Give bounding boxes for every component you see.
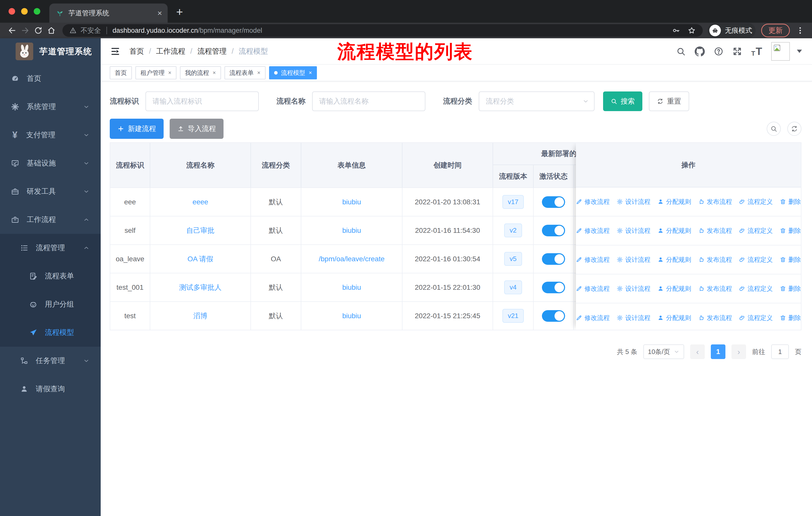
process-name-input[interactable]: [312, 91, 425, 111]
tag-my-process[interactable]: 我的流程×: [180, 66, 221, 79]
assign-rule-link[interactable]: 分配规则: [658, 284, 691, 293]
process-name-link[interactable]: 自己审批: [186, 226, 214, 235]
browser-tab[interactable]: 芋道管理系统 ×: [49, 3, 168, 23]
process-name-link[interactable]: OA 请假: [187, 254, 213, 264]
search-button[interactable]: 搜索: [603, 91, 642, 111]
sidebar-item-user-group[interactable]: 用户分组: [0, 290, 101, 319]
next-page-button[interactable]: ›: [731, 345, 746, 359]
sidebar-item-workflow[interactable]: 工作流程: [0, 206, 101, 234]
sidebar-collapse-icon[interactable]: [106, 46, 124, 56]
breadcrumb-process-mgmt[interactable]: 流程管理: [197, 46, 227, 56]
show-search-button[interactable]: [767, 122, 781, 136]
sidebar-item-pay[interactable]: ¥ 支付管理: [0, 121, 101, 149]
new-tab-button[interactable]: +: [176, 5, 183, 19]
delete-link[interactable]: 删除: [780, 314, 801, 322]
fullscreen-icon[interactable]: [732, 47, 742, 56]
back-button[interactable]: [5, 26, 19, 35]
delete-link[interactable]: 删除: [780, 284, 801, 293]
version-badge[interactable]: v5: [504, 252, 522, 266]
modify-process-link[interactable]: 修改流程: [576, 314, 610, 322]
reload-button[interactable]: [32, 26, 45, 35]
delete-link[interactable]: 删除: [780, 197, 801, 206]
process-name-link[interactable]: 测试多审批人: [179, 283, 222, 292]
tag-home[interactable]: 首页: [110, 66, 132, 79]
assign-rule-link[interactable]: 分配规则: [658, 255, 691, 264]
process-definition-link[interactable]: 流程定义: [739, 284, 773, 293]
browser-update-button[interactable]: 更新: [761, 24, 790, 37]
process-definition-link[interactable]: 流程定义: [739, 197, 773, 206]
publish-process-link[interactable]: 发布流程: [698, 314, 732, 322]
close-icon[interactable]: ×: [257, 70, 261, 76]
design-process-link[interactable]: 设计流程: [617, 197, 650, 206]
close-icon[interactable]: ×: [309, 70, 312, 76]
prev-page-button[interactable]: ‹: [690, 345, 705, 359]
assign-rule-link[interactable]: 分配规则: [658, 226, 691, 235]
modify-process-link[interactable]: 修改流程: [576, 226, 610, 235]
form-info-link[interactable]: biubiu: [342, 226, 361, 235]
sidebar-logo[interactable]: 芋道管理系统: [0, 38, 101, 64]
modify-process-link[interactable]: 修改流程: [576, 197, 610, 206]
security-label[interactable]: 不安全: [81, 26, 101, 35]
modify-process-link[interactable]: 修改流程: [576, 255, 610, 264]
help-icon[interactable]: [714, 47, 723, 56]
breadcrumb-home[interactable]: 首页: [129, 46, 144, 56]
current-page-button[interactable]: 1: [711, 345, 725, 359]
reset-button[interactable]: 重置: [649, 91, 689, 111]
form-info-link[interactable]: biubiu: [342, 312, 361, 320]
form-info-link[interactable]: /bpm/oa/leave/create: [319, 255, 385, 263]
active-toggle[interactable]: [542, 196, 565, 208]
process-definition-link[interactable]: 流程定义: [739, 314, 773, 322]
browser-menu-icon[interactable]: [794, 26, 807, 35]
publish-process-link[interactable]: 发布流程: [698, 197, 732, 206]
form-info-link[interactable]: biubiu: [342, 198, 361, 206]
active-toggle[interactable]: [542, 282, 565, 293]
tag-tenant[interactable]: 租户管理×: [136, 66, 176, 79]
address-bar[interactable]: 不安全 dashboard.yudao.iocoder.cn/bpm/manag…: [62, 24, 703, 37]
close-icon[interactable]: ×: [168, 70, 171, 76]
sidebar-item-process-form[interactable]: 流程表单: [0, 262, 101, 290]
import-process-button[interactable]: 导入流程: [170, 119, 224, 139]
version-badge[interactable]: v17: [502, 195, 524, 209]
refresh-table-button[interactable]: [787, 122, 802, 136]
zoom-window-button[interactable]: [34, 8, 40, 15]
version-badge[interactable]: v4: [504, 280, 522, 294]
publish-process-link[interactable]: 发布流程: [698, 284, 732, 293]
design-process-link[interactable]: 设计流程: [617, 255, 650, 264]
process-name-link[interactable]: eeee: [193, 198, 208, 206]
delete-link[interactable]: 删除: [780, 226, 801, 235]
sidebar-item-infra[interactable]: 基础设施: [0, 149, 101, 178]
assign-rule-link[interactable]: 分配规则: [658, 197, 691, 206]
forward-button[interactable]: [19, 26, 32, 35]
version-badge[interactable]: v2: [504, 223, 522, 237]
goto-page-input[interactable]: [771, 345, 789, 359]
sidebar-item-system[interactable]: 系统管理: [0, 93, 101, 121]
sidebar-item-dev[interactable]: 研发工具: [0, 178, 101, 206]
sidebar-item-leave-query[interactable]: 请假查询: [0, 375, 101, 403]
process-name-link[interactable]: 滔博: [193, 311, 207, 321]
process-id-input[interactable]: [145, 91, 259, 111]
github-icon[interactable]: [695, 46, 705, 56]
version-badge[interactable]: v21: [502, 309, 524, 323]
search-icon[interactable]: [676, 47, 686, 56]
active-toggle[interactable]: [542, 310, 565, 322]
assign-rule-link[interactable]: 分配规则: [658, 314, 691, 322]
sidebar-item-home[interactable]: 首页: [0, 64, 101, 93]
delete-link[interactable]: 删除: [780, 255, 801, 264]
process-definition-link[interactable]: 流程定义: [739, 226, 773, 235]
password-key-icon[interactable]: [672, 26, 680, 34]
url-text[interactable]: dashboard.yudao.iocoder.cn/bpm/manager/m…: [113, 27, 262, 34]
minimize-window-button[interactable]: [21, 8, 28, 15]
sidebar-item-process-model[interactable]: 流程模型: [0, 319, 101, 347]
create-process-button[interactable]: 新建流程: [110, 119, 164, 139]
design-process-link[interactable]: 设计流程: [617, 314, 650, 322]
publish-process-link[interactable]: 发布流程: [698, 226, 732, 235]
tab-close-icon[interactable]: ×: [157, 8, 162, 18]
tag-process-model[interactable]: 流程模型×: [269, 66, 317, 79]
breadcrumb-workflow[interactable]: 工作流程: [156, 46, 185, 56]
close-window-button[interactable]: [8, 8, 15, 15]
bookmark-star-icon[interactable]: [688, 26, 696, 34]
form-info-link[interactable]: biubiu: [342, 283, 361, 292]
home-button[interactable]: [45, 26, 58, 35]
sidebar-item-task-mgmt[interactable]: 任务管理: [0, 347, 101, 375]
process-category-select[interactable]: 流程分类: [479, 91, 594, 111]
